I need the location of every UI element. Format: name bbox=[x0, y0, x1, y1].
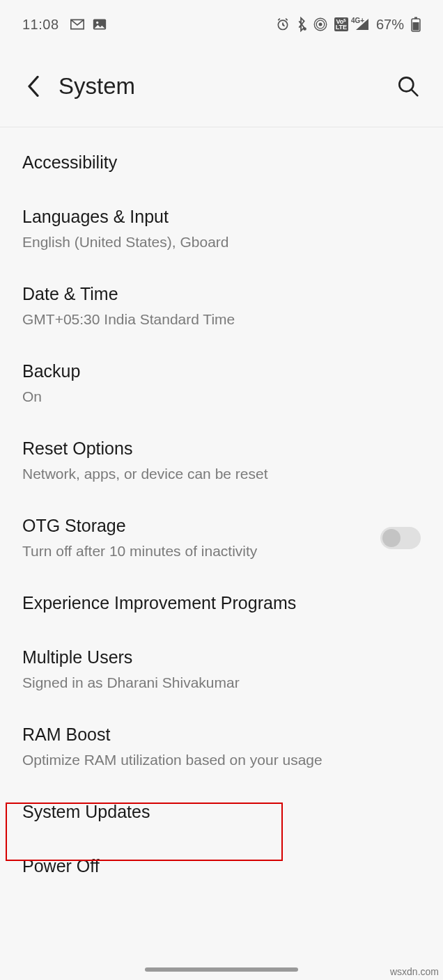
item-accessibility[interactable]: Accessibility bbox=[0, 136, 443, 190]
svg-point-10 bbox=[399, 77, 413, 91]
gmail-icon bbox=[70, 19, 84, 30]
status-left: 11:08 bbox=[22, 17, 107, 33]
item-subtitle: English (United States), Gboard bbox=[22, 232, 421, 252]
chevron-left-icon bbox=[27, 76, 40, 97]
status-right: Vo⁵ LTE 4G+ 67% bbox=[276, 17, 421, 33]
battery-text: 67% bbox=[376, 17, 404, 33]
back-button[interactable] bbox=[21, 74, 46, 99]
status-time: 11:08 bbox=[22, 17, 59, 33]
page-header: System bbox=[0, 45, 443, 127]
item-subtitle: Turn off after 10 minutes of inactivity bbox=[22, 542, 380, 561]
search-icon bbox=[397, 75, 419, 97]
item-subtitle: On bbox=[22, 387, 421, 406]
gallery-icon bbox=[93, 18, 107, 31]
volte-line-2: LTE bbox=[336, 24, 347, 30]
item-otg-storage[interactable]: OTG Storage Turn off after 10 minutes of… bbox=[0, 499, 443, 576]
item-subtitle: Network, apps, or device can be reset bbox=[22, 464, 421, 484]
item-date-time[interactable]: Date & Time GMT+05:30 India Standard Tim… bbox=[0, 267, 443, 345]
item-ram-boost[interactable]: RAM Boost Optimize RAM utilization based… bbox=[0, 708, 443, 785]
svg-rect-8 bbox=[414, 17, 417, 19]
page-title: System bbox=[59, 73, 394, 100]
toggle-knob bbox=[382, 529, 401, 547]
item-title: Accessibility bbox=[22, 151, 421, 175]
item-subtitle: Optimize RAM utilization based on your u… bbox=[22, 750, 421, 770]
svg-point-3 bbox=[303, 27, 306, 31]
alarm-icon bbox=[276, 17, 290, 31]
item-title: Multiple Users bbox=[22, 646, 421, 670]
svg-point-4 bbox=[318, 23, 322, 26]
status-bar: 11:08 Vo⁵ LTE 4G+ 67% bbox=[0, 0, 443, 45]
item-multiple-users[interactable]: Multiple Users Signed in as Dharani Shiv… bbox=[0, 631, 443, 708]
watermark: wsxdn.com bbox=[390, 966, 439, 977]
svg-point-1 bbox=[96, 22, 98, 24]
svg-rect-9 bbox=[413, 22, 419, 31]
settings-list: Accessibility Languages & Input English … bbox=[0, 127, 443, 902]
item-title: RAM Boost bbox=[22, 723, 421, 747]
item-title: Reset Options bbox=[22, 437, 421, 461]
gesture-nav-bar[interactable] bbox=[145, 967, 298, 972]
hotspot-icon bbox=[313, 17, 327, 31]
item-title: Date & Time bbox=[22, 283, 421, 306]
item-title: OTG Storage bbox=[22, 514, 380, 538]
bluetooth-icon bbox=[297, 17, 306, 32]
item-title: Backup bbox=[22, 360, 421, 384]
item-title: Languages & Input bbox=[22, 205, 421, 229]
item-title: Experience Improvement Programs bbox=[22, 592, 421, 615]
item-experience-improvement[interactable]: Experience Improvement Programs bbox=[0, 576, 443, 631]
battery-icon bbox=[411, 17, 421, 32]
signal-icon: 4G+ bbox=[355, 18, 369, 31]
svg-line-11 bbox=[412, 90, 417, 95]
search-button[interactable] bbox=[394, 72, 422, 100]
signal-label: 4G+ bbox=[351, 17, 364, 24]
item-languages-input[interactable]: Languages & Input English (United States… bbox=[0, 190, 443, 267]
otg-toggle[interactable] bbox=[380, 527, 421, 549]
volte-icon: Vo⁵ LTE bbox=[334, 17, 348, 31]
item-backup[interactable]: Backup On bbox=[0, 345, 443, 422]
highlight-box bbox=[6, 803, 283, 861]
item-subtitle: GMT+05:30 India Standard Time bbox=[22, 310, 421, 329]
item-reset-options[interactable]: Reset Options Network, apps, or device c… bbox=[0, 422, 443, 499]
item-subtitle: Signed in as Dharani Shivakumar bbox=[22, 673, 421, 693]
